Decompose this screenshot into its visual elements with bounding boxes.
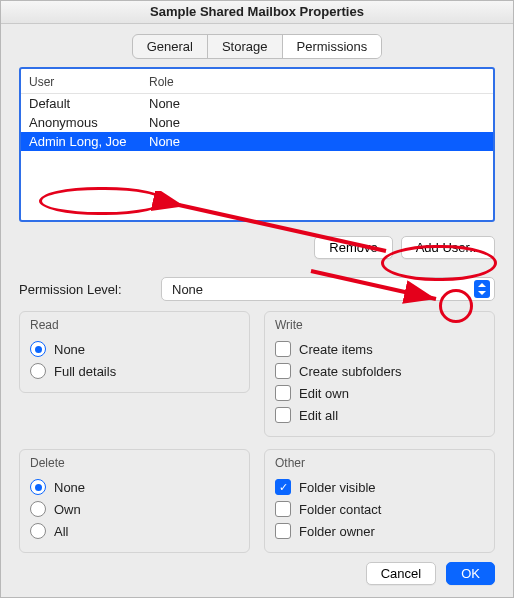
- option-label: Folder visible: [299, 480, 376, 495]
- radio-icon: [30, 363, 46, 379]
- permissions-table[interactable]: User Role Default None Anonymous None Ad…: [19, 67, 495, 222]
- window-title: Sample Shared Mailbox Properties: [1, 1, 513, 24]
- cell-user: Admin Long, Joe: [29, 134, 149, 149]
- write-edit-own-option[interactable]: Edit own: [275, 382, 484, 404]
- delete-all-option[interactable]: All: [30, 520, 239, 542]
- table-row-selected[interactable]: Admin Long, Joe None: [21, 132, 493, 151]
- cell-user: Anonymous: [29, 115, 149, 130]
- chevron-updown-icon[interactable]: [474, 280, 490, 298]
- radio-icon: [30, 341, 46, 357]
- group-title: Write: [275, 318, 484, 332]
- permission-level-label: Permission Level:: [19, 282, 149, 297]
- permission-level-value: None: [172, 282, 203, 297]
- delete-own-option[interactable]: Own: [30, 498, 239, 520]
- option-label: None: [54, 342, 85, 357]
- column-header-user[interactable]: User: [29, 75, 149, 89]
- option-label: Folder contact: [299, 502, 381, 517]
- tab-group: General Storage Permissions: [132, 34, 383, 59]
- read-full-option[interactable]: Full details: [30, 360, 239, 382]
- cell-role: None: [149, 134, 485, 149]
- table-buttons: Remove Add User...: [19, 222, 495, 277]
- cell-role: None: [149, 115, 485, 130]
- permission-level-row: Permission Level: None: [19, 277, 495, 301]
- tab-storage[interactable]: Storage: [208, 35, 283, 58]
- delete-group: Delete None Own All: [19, 449, 250, 553]
- properties-dialog: Sample Shared Mailbox Properties General…: [0, 0, 514, 598]
- option-label: Own: [54, 502, 81, 517]
- radio-icon: [30, 479, 46, 495]
- group-title: Read: [30, 318, 239, 332]
- checkbox-icon: [275, 363, 291, 379]
- checkbox-icon: [275, 385, 291, 401]
- content-area: User Role Default None Anonymous None Ad…: [1, 67, 513, 553]
- option-label: Create subfolders: [299, 364, 402, 379]
- table-header: User Role: [21, 69, 493, 94]
- option-label: None: [54, 480, 85, 495]
- write-group: Write Create items Create subfolders Edi…: [264, 311, 495, 437]
- dialog-footer: Cancel OK: [366, 562, 495, 585]
- permission-level-select[interactable]: None: [161, 277, 495, 301]
- read-group: Read None Full details: [19, 311, 250, 393]
- write-create-items-option[interactable]: Create items: [275, 338, 484, 360]
- cancel-button[interactable]: Cancel: [366, 562, 436, 585]
- option-label: Create items: [299, 342, 373, 357]
- column-header-role[interactable]: Role: [149, 75, 485, 89]
- checkbox-icon: [275, 407, 291, 423]
- tab-general[interactable]: General: [133, 35, 208, 58]
- read-none-option[interactable]: None: [30, 338, 239, 360]
- checkbox-icon: [275, 501, 291, 517]
- checkbox-icon: [275, 479, 291, 495]
- checkbox-icon: [275, 341, 291, 357]
- radio-icon: [30, 523, 46, 539]
- group-title: Delete: [30, 456, 239, 470]
- delete-none-option[interactable]: None: [30, 476, 239, 498]
- table-row[interactable]: Anonymous None: [21, 113, 493, 132]
- cell-role: None: [149, 96, 485, 111]
- remove-button[interactable]: Remove: [314, 236, 392, 259]
- other-folder-contact-option[interactable]: Folder contact: [275, 498, 484, 520]
- group-title: Other: [275, 456, 484, 470]
- other-folder-owner-option[interactable]: Folder owner: [275, 520, 484, 542]
- cell-user: Default: [29, 96, 149, 111]
- other-folder-visible-option[interactable]: Folder visible: [275, 476, 484, 498]
- tab-bar: General Storage Permissions: [1, 24, 513, 67]
- write-edit-all-option[interactable]: Edit all: [275, 404, 484, 426]
- ok-button[interactable]: OK: [446, 562, 495, 585]
- other-group: Other Folder visible Folder contact Fold…: [264, 449, 495, 553]
- option-label: Full details: [54, 364, 116, 379]
- add-user-button[interactable]: Add User...: [401, 236, 495, 259]
- table-row[interactable]: Default None: [21, 94, 493, 113]
- tab-permissions[interactable]: Permissions: [283, 35, 382, 58]
- option-label: Edit all: [299, 408, 338, 423]
- option-label: Folder owner: [299, 524, 375, 539]
- write-create-subfolders-option[interactable]: Create subfolders: [275, 360, 484, 382]
- option-label: All: [54, 524, 68, 539]
- option-label: Edit own: [299, 386, 349, 401]
- checkbox-icon: [275, 523, 291, 539]
- radio-icon: [30, 501, 46, 517]
